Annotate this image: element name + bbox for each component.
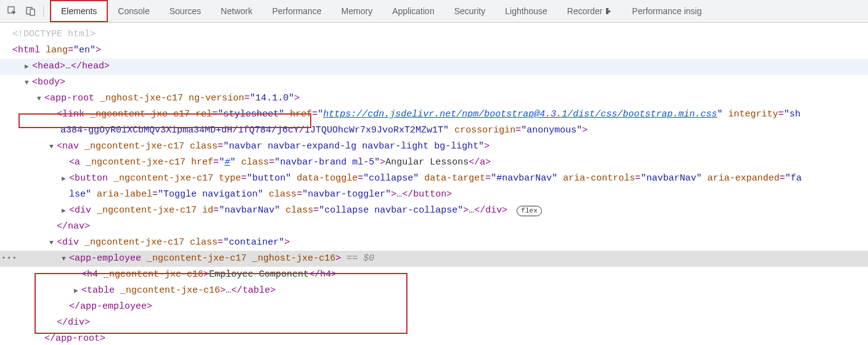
- collapse-arrow-icon[interactable]: [37, 91, 44, 107]
- nav-open[interactable]: <nav _ngcontent-jxe-c17 class="navbar na…: [12, 139, 868, 155]
- html-open[interactable]: <html lang="en">: [12, 43, 868, 59]
- link-line[interactable]: <link _ngcontent-jxe-c17 rel="stylesheet…: [12, 107, 868, 123]
- doctype-line[interactable]: <!DOCTYPE html>: [12, 26, 868, 43]
- tab-performance[interactable]: Performance: [262, 0, 331, 22]
- equals-dollar-zero: == $0: [346, 253, 374, 264]
- toolbar-icon-group: [0, 2, 50, 20]
- collapse-arrow-icon[interactable]: [62, 251, 69, 267]
- head-line[interactable]: <head>…</head>: [12, 59, 868, 75]
- tab-console[interactable]: Console: [108, 0, 159, 22]
- div-container-close[interactable]: </div>: [12, 315, 868, 331]
- button-wrap[interactable]: lse" aria-label="Toggle navigation" clas…: [12, 187, 868, 203]
- dom-tree[interactable]: <!DOCTYPE html> <html lang="en"> <head>……: [0, 23, 868, 345]
- a-line[interactable]: <a _ngcontent-jxe-c17 href="#" class="na…: [12, 155, 868, 171]
- tab-security[interactable]: Security: [444, 0, 496, 22]
- tab-memory[interactable]: Memory: [332, 0, 383, 22]
- tab-perf-insights[interactable]: Performance insig: [622, 0, 711, 22]
- app-employee-close[interactable]: </app-employee>: [12, 299, 868, 315]
- div-navbar-line[interactable]: <div _ngcontent-jxe-c17 id="navbarNav" c…: [12, 203, 868, 219]
- tab-sources[interactable]: Sources: [160, 0, 211, 22]
- svg-rect-2: [30, 9, 35, 15]
- link-wrap[interactable]: a384-ggOyR0iXCbMQv3Xipma34MD+dH/1fQ784/j…: [12, 123, 868, 139]
- button-line[interactable]: <button _ngcontent-jxe-c17 type="button"…: [12, 171, 868, 187]
- tab-elements[interactable]: Elements: [50, 0, 108, 22]
- h4-line[interactable]: <h4 _ngcontent-jxe-c16>Employee Componen…: [12, 267, 868, 283]
- flex-badge[interactable]: flex: [517, 206, 541, 216]
- nav-close[interactable]: </nav>: [12, 219, 868, 235]
- app-employee-open[interactable]: •••<app-employee _ngcontent-jxe-c17 _ngh…: [12, 251, 868, 267]
- approot-close[interactable]: </app-root>: [12, 331, 868, 345]
- tab-recorder[interactable]: Recorder: [557, 0, 623, 22]
- divider: [43, 5, 44, 17]
- body-open[interactable]: <body>: [12, 75, 868, 91]
- table-line[interactable]: <table _ngcontent-jxe-c16>…</table>: [12, 283, 868, 299]
- devtools-toolbar: Elements Console Sources Network Perform…: [0, 0, 868, 23]
- breakpoint-gutter-icon: •••: [1, 251, 17, 267]
- collapse-arrow-icon[interactable]: [49, 235, 57, 251]
- devtools-tabs: Elements Console Sources Network Perform…: [50, 0, 711, 22]
- div-container-open[interactable]: <div _ngcontent-jxe-c17 class="container…: [12, 235, 868, 251]
- device-toggle-icon[interactable]: [22, 2, 39, 20]
- expand-arrow-icon[interactable]: [74, 283, 81, 299]
- expand-arrow-icon[interactable]: [25, 59, 32, 75]
- collapse-arrow-icon[interactable]: [25, 75, 32, 91]
- collapse-arrow-icon[interactable]: [49, 139, 57, 155]
- inspect-icon[interactable]: [4, 2, 21, 20]
- tab-application[interactable]: Application: [382, 0, 444, 22]
- expand-arrow-icon[interactable]: [62, 171, 69, 187]
- tab-lighthouse[interactable]: Lighthouse: [495, 0, 557, 22]
- tab-network[interactable]: Network: [211, 0, 262, 22]
- approot-open[interactable]: <app-root _nghost-jxe-c17 ng-version="14…: [12, 91, 868, 107]
- expand-arrow-icon[interactable]: [62, 203, 69, 219]
